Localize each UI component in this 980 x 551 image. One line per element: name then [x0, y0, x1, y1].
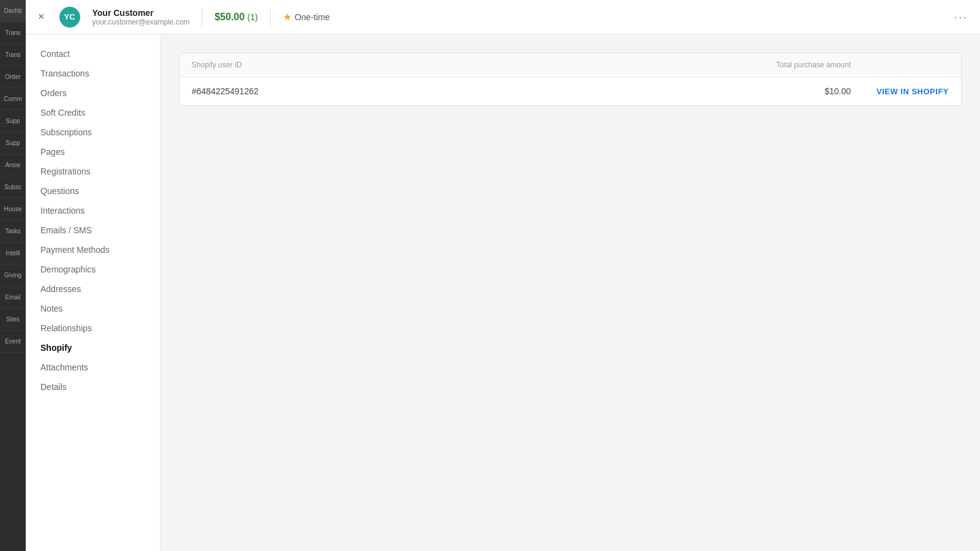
- content-area: Contact Transactions Orders Soft Credits…: [26, 34, 980, 551]
- nav-item-attachments[interactable]: Attachments: [26, 358, 160, 377]
- shopify-user-id: #6484225491262: [192, 86, 728, 96]
- nav-item-interactions[interactable]: Interactions: [26, 201, 160, 220]
- sidebar-item-orders[interactable]: Order: [0, 66, 26, 88]
- column-header-amount: Total purchase amount: [728, 61, 851, 69]
- close-button[interactable]: ×: [38, 10, 45, 23]
- nav-sidebar: Contact Transactions Orders Soft Credits…: [26, 34, 160, 551]
- column-header-action: [851, 61, 949, 69]
- sidebar-item-supp2[interactable]: Supp: [0, 132, 26, 154]
- shopify-table: Shopify user ID Total purchase amount #6…: [179, 53, 962, 106]
- table-header: Shopify user ID Total purchase amount: [179, 53, 961, 77]
- sidebar-item-intelli[interactable]: Intelli: [0, 242, 26, 264]
- sidebar-item-comm[interactable]: Comm: [0, 88, 26, 110]
- header-amount-block: $50.00 (1): [214, 12, 258, 23]
- customer-email: your.customer@example.com: [92, 18, 190, 26]
- nav-item-contact[interactable]: Contact: [26, 44, 160, 64]
- nav-item-notes[interactable]: Notes: [26, 299, 160, 318]
- nav-item-soft-credits[interactable]: Soft Credits: [26, 103, 160, 122]
- header: × YC Your Customer your.customer@example…: [26, 0, 980, 34]
- sidebar-item-answ[interactable]: Answ: [0, 154, 26, 176]
- nav-item-orders[interactable]: Orders: [26, 83, 160, 103]
- sidebar-item-supp[interactable]: Supp: [0, 110, 26, 132]
- star-icon: ★: [283, 11, 292, 23]
- header-divider-2: [270, 8, 271, 26]
- nav-item-emails-sms[interactable]: Emails / SMS: [26, 220, 160, 240]
- sidebar-item-trans2[interactable]: Trans: [0, 44, 26, 66]
- nav-item-transactions[interactable]: Transactions: [26, 64, 160, 83]
- sidebar-item-giving[interactable]: Giving: [0, 264, 26, 287]
- sidebar-item-trans[interactable]: Trans: [0, 22, 26, 44]
- header-type-label: One-time: [295, 12, 330, 22]
- header-one-time: ★ One-time: [283, 11, 330, 23]
- nav-item-payment-methods[interactable]: Payment Methods: [26, 240, 160, 260]
- nav-item-relationships[interactable]: Relationships: [26, 318, 160, 338]
- nav-item-demographics[interactable]: Demographics: [26, 260, 160, 279]
- left-sidebar: Dashb Trans Trans Order Comm Supp Supp A…: [0, 0, 26, 551]
- sidebar-item-house[interactable]: House: [0, 198, 26, 220]
- customer-name: Your Customer: [92, 8, 190, 18]
- sidebar-item-event[interactable]: Event: [0, 331, 26, 353]
- table-row: #6484225491262 $10.00 VIEW IN SHOPIFY: [179, 77, 961, 105]
- header-count: (1): [247, 12, 258, 22]
- main-panel: × YC Your Customer your.customer@example…: [26, 0, 980, 551]
- view-in-shopify-link[interactable]: VIEW IN SHOPIFY: [876, 87, 949, 96]
- customer-info: Your Customer your.customer@example.com: [92, 8, 190, 26]
- nav-item-pages[interactable]: Pages: [26, 142, 160, 162]
- nav-item-questions[interactable]: Questions: [26, 181, 160, 201]
- header-amount: $50.00: [214, 12, 244, 22]
- header-divider: [202, 8, 202, 26]
- nav-item-registrations[interactable]: Registrations: [26, 162, 160, 181]
- column-header-shopify-id: Shopify user ID: [192, 61, 728, 69]
- header-menu-button[interactable]: ···: [954, 10, 968, 24]
- nav-item-details[interactable]: Details: [26, 377, 160, 397]
- main-content: Shopify user ID Total purchase amount #6…: [160, 34, 980, 551]
- sidebar-item-emails[interactable]: Email: [0, 287, 26, 309]
- nav-item-shopify[interactable]: Shopify: [26, 338, 160, 358]
- sidebar-item-sites[interactable]: Sites: [0, 309, 26, 331]
- avatar: YC: [59, 7, 80, 28]
- total-purchase-amount: $10.00: [728, 86, 851, 96]
- nav-item-addresses[interactable]: Addresses: [26, 279, 160, 299]
- sidebar-item-subsc[interactable]: Subsc: [0, 176, 26, 198]
- view-in-shopify-cell: VIEW IN SHOPIFY: [851, 86, 949, 97]
- sidebar-item-tasks[interactable]: Tasks: [0, 220, 26, 242]
- sidebar-item-dashboard[interactable]: Dashb: [0, 0, 26, 22]
- nav-item-subscriptions[interactable]: Subscriptions: [26, 122, 160, 142]
